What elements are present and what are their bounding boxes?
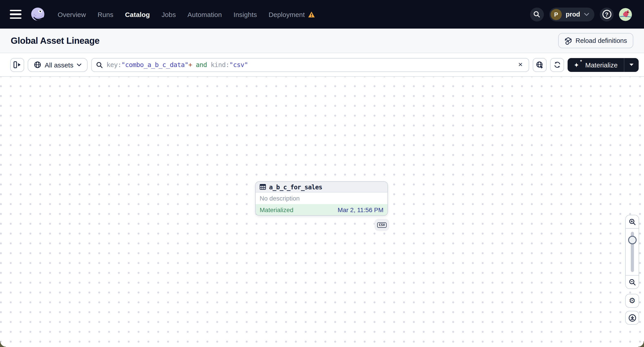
download-icon xyxy=(628,314,636,322)
sparkles-icon: ✦✦ xyxy=(574,61,582,68)
search-query-text: key:"combo_a_b_c_data"+ and kind:"csv" xyxy=(106,61,512,68)
table-icon xyxy=(260,184,266,190)
materialize-options-button[interactable] xyxy=(624,58,639,72)
window-corner xyxy=(638,341,644,347)
reload-cube-icon xyxy=(564,37,572,44)
asset-node-title: a_b_c_for_sales xyxy=(269,183,322,190)
nav-item-insights[interactable]: Insights xyxy=(234,10,257,18)
asset-scope-dropdown[interactable]: All assets xyxy=(28,58,88,72)
nav-item-jobs[interactable]: Jobs xyxy=(162,10,176,18)
zoom-slider[interactable] xyxy=(626,229,639,275)
top-navbar: Overview Runs Catalog Jobs Automation In… xyxy=(0,0,644,28)
asset-scope-label: All assets xyxy=(45,61,73,68)
hamburger-menu-icon[interactable] xyxy=(10,10,22,19)
navbar-right-cluster: P prod ? xyxy=(530,7,632,21)
lineage-toolbar: All assets key:"combo_a_b_c_data"+ and k… xyxy=(0,53,644,77)
toggle-sidebar-button[interactable] xyxy=(10,58,24,72)
zoom-in-icon xyxy=(628,218,636,225)
reload-definitions-button[interactable]: Reload definitions xyxy=(558,33,633,48)
asset-node-header: a_b_c_for_sales xyxy=(256,182,388,192)
environment-name: prod xyxy=(566,11,580,18)
materialize-split-button: ✦✦ Materialize xyxy=(568,58,639,72)
materialize-label: Materialize xyxy=(585,61,618,68)
dagster-logo-icon[interactable] xyxy=(30,6,46,22)
globe-plus-icon xyxy=(536,61,544,68)
refresh-icon xyxy=(554,61,561,68)
download-graph-button[interactable] xyxy=(625,311,639,325)
zoom-slider-knob[interactable] xyxy=(628,236,636,244)
nav-item-overview[interactable]: Overview xyxy=(58,10,86,18)
reload-definitions-label: Reload definitions xyxy=(576,37,627,44)
app-window: Overview Runs Catalog Jobs Automation In… xyxy=(0,0,644,347)
search-icon xyxy=(96,61,103,68)
asset-kind-badge[interactable]: CSV xyxy=(374,219,389,231)
globe-icon xyxy=(34,61,41,68)
environment-switcher[interactable]: P prod xyxy=(549,7,594,21)
page-header: Global Asset Lineage Reload definitions xyxy=(0,28,644,53)
chevron-down-icon xyxy=(584,13,589,16)
materialized-timestamp[interactable]: Mar 2, 11:56 PM xyxy=(338,206,384,213)
nav-item-catalog[interactable]: Catalog xyxy=(125,10,150,18)
nav-item-deployment-label: Deployment xyxy=(268,10,305,18)
primary-nav: Overview Runs Catalog Jobs Automation In… xyxy=(58,10,315,18)
zoom-out-button[interactable] xyxy=(626,275,639,289)
asset-search-input[interactable]: key:"combo_a_b_c_data"+ and kind:"csv" × xyxy=(91,58,529,72)
clear-search-button[interactable]: × xyxy=(516,60,525,70)
view-full-graph-button[interactable] xyxy=(533,58,547,72)
caret-down-icon xyxy=(629,63,634,66)
global-search-button[interactable] xyxy=(530,7,544,21)
help-button[interactable]: ? xyxy=(600,7,614,21)
asset-node[interactable]: a_b_c_for_sales No description Materiali… xyxy=(255,181,388,216)
question-mark-icon: ? xyxy=(602,10,611,19)
graph-settings-button[interactable]: ⚙ xyxy=(625,294,639,308)
materialized-status: Materialized xyxy=(260,206,294,213)
refresh-graph-button[interactable] xyxy=(550,58,564,72)
user-avatar[interactable] xyxy=(619,8,632,21)
asset-node-status-bar: Materialized Mar 2, 11:56 PM xyxy=(256,204,388,215)
zoom-out-icon xyxy=(628,279,636,286)
page-title: Global Asset Lineage xyxy=(11,35,100,46)
gear-icon: ⚙ xyxy=(629,297,636,305)
nav-item-deployment[interactable]: Deployment xyxy=(268,10,315,18)
warning-icon xyxy=(308,11,315,18)
window-corner xyxy=(0,341,6,347)
csv-icon: CSV xyxy=(377,222,386,228)
lineage-canvas[interactable]: a_b_c_for_sales No description Materiali… xyxy=(0,77,644,347)
zoom-controls xyxy=(625,215,639,289)
zoom-in-button[interactable] xyxy=(626,215,639,229)
panel-expand-icon xyxy=(13,61,21,68)
materialize-button[interactable]: ✦✦ Materialize xyxy=(568,58,624,72)
chevron-down-icon xyxy=(77,63,81,66)
nav-item-automation[interactable]: Automation xyxy=(188,10,222,18)
environment-avatar: P xyxy=(550,9,562,20)
nav-item-runs[interactable]: Runs xyxy=(98,10,114,18)
asset-node-description: No description xyxy=(256,192,388,204)
